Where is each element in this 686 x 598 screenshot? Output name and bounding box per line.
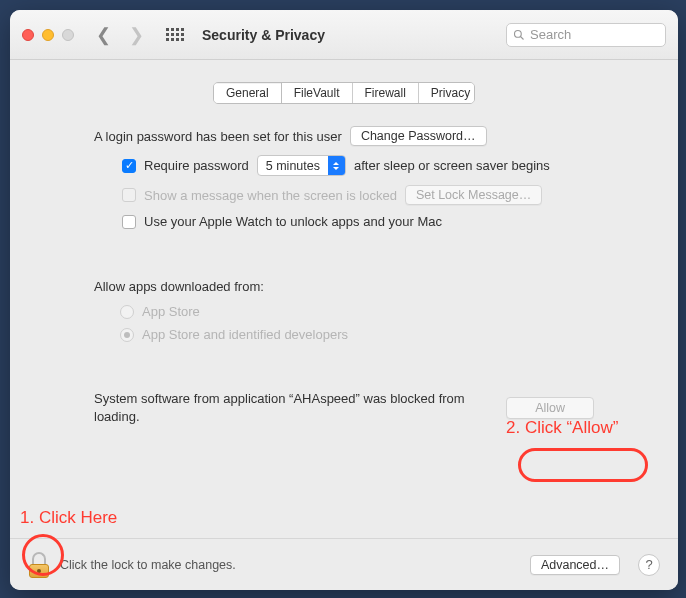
- help-button[interactable]: ?: [638, 554, 660, 576]
- tab-bar: General FileVault Firewall Privacy: [213, 82, 475, 104]
- chevron-updown-icon: [328, 156, 345, 175]
- svg-line-1: [521, 36, 524, 39]
- close-window-button[interactable]: [22, 29, 34, 41]
- blocked-software-text: System software from application “AHAspe…: [94, 390, 476, 425]
- require-password-delay-select[interactable]: 5 minutes: [257, 155, 346, 176]
- zoom-window-button: [62, 29, 74, 41]
- show-lock-message-checkbox: [122, 188, 136, 202]
- allow-apps-header: Allow apps downloaded from:: [94, 279, 650, 294]
- nav-arrows: ❮ ❯: [96, 24, 144, 46]
- svg-point-0: [515, 30, 522, 37]
- content-area: General FileVault Firewall Privacy A log…: [10, 60, 678, 425]
- show-lock-message-label: Show a message when the screen is locked: [144, 188, 397, 203]
- require-password-label: Require password: [144, 158, 249, 173]
- change-password-button[interactable]: Change Password…: [350, 126, 487, 146]
- preferences-window: ❮ ❯ Security & Privacy Search General Fi…: [10, 10, 678, 590]
- set-lock-message-button: Set Lock Message…: [405, 185, 542, 205]
- tab-general[interactable]: General: [214, 83, 282, 103]
- minimize-window-button[interactable]: [42, 29, 54, 41]
- window-title: Security & Privacy: [202, 27, 325, 43]
- tab-filevault[interactable]: FileVault: [282, 83, 353, 103]
- allow-button[interactable]: Allow: [506, 397, 594, 419]
- search-field[interactable]: Search: [506, 23, 666, 47]
- radio-app-store: [120, 305, 134, 319]
- apple-watch-unlock-checkbox[interactable]: [122, 215, 136, 229]
- radio-identified-developers: [120, 328, 134, 342]
- back-button[interactable]: ❮: [96, 24, 111, 46]
- show-all-prefs-button[interactable]: [166, 28, 184, 41]
- require-password-checkbox[interactable]: [122, 159, 136, 173]
- forward-button[interactable]: ❯: [129, 24, 144, 46]
- delay-value: 5 minutes: [258, 159, 328, 173]
- radio-app-store-label: App Store: [142, 304, 200, 319]
- tab-firewall[interactable]: Firewall: [353, 83, 419, 103]
- search-icon: [513, 29, 525, 41]
- window-controls: [22, 29, 74, 41]
- login-password-set-label: A login password has been set for this u…: [94, 129, 342, 144]
- radio-identified-developers-label: App Store and identified developers: [142, 327, 348, 342]
- lock-icon[interactable]: [28, 552, 50, 578]
- after-sleep-label: after sleep or screen saver begins: [354, 158, 550, 173]
- apple-watch-unlock-label: Use your Apple Watch to unlock apps and …: [144, 214, 442, 229]
- tab-privacy[interactable]: Privacy: [419, 83, 475, 103]
- lock-hint-text: Click the lock to make changes.: [60, 558, 236, 572]
- footer-bar: Click the lock to make changes. Advanced…: [10, 538, 678, 590]
- search-placeholder: Search: [530, 27, 571, 42]
- titlebar: ❮ ❯ Security & Privacy Search: [10, 10, 678, 60]
- advanced-button[interactable]: Advanced…: [530, 555, 620, 575]
